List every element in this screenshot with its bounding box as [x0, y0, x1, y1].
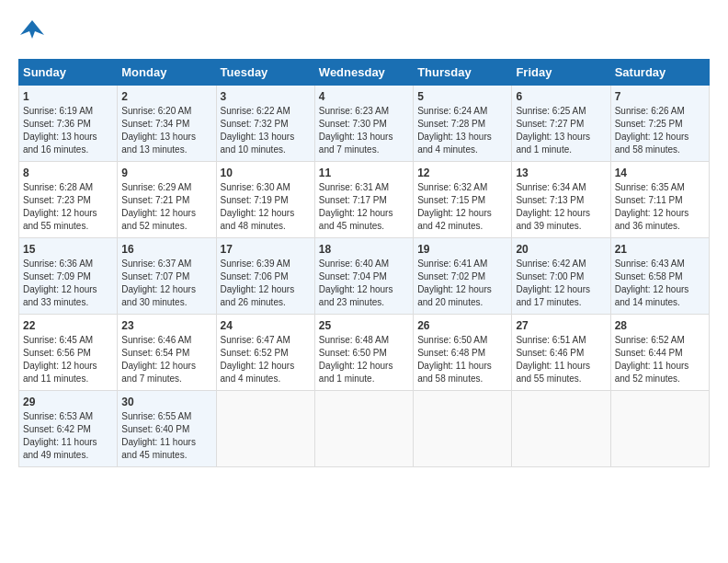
day-number: 14	[615, 167, 705, 179]
day-info: Sunrise: 6:47 AM Sunset: 6:52 PM Dayligh…	[221, 334, 311, 385]
calendar-cell: 3Sunrise: 6:22 AM Sunset: 7:32 PM Daylig…	[216, 86, 314, 162]
day-number: 11	[319, 167, 409, 179]
day-number: 20	[516, 243, 606, 256]
day-info: Sunrise: 6:51 AM Sunset: 6:46 PM Dayligh…	[516, 334, 606, 385]
day-info: Sunrise: 6:31 AM Sunset: 7:17 PM Dayligh…	[319, 181, 409, 233]
calendar-cell: 19Sunrise: 6:41 AM Sunset: 7:02 PM Dayli…	[414, 238, 512, 315]
day-info: Sunrise: 6:29 AM Sunset: 7:21 PM Dayligh…	[121, 181, 211, 233]
calendar-cell: 7Sunrise: 6:26 AM Sunset: 7:25 PM Daylig…	[610, 86, 709, 162]
day-info: Sunrise: 6:26 AM Sunset: 7:25 PM Dayligh…	[615, 105, 705, 156]
calendar-cell: 30Sunrise: 6:55 AM Sunset: 6:40 PM Dayli…	[118, 391, 216, 467]
calendar-cell: 11Sunrise: 6:31 AM Sunset: 7:17 PM Dayli…	[314, 162, 413, 238]
day-number: 5	[417, 90, 507, 103]
day-info: Sunrise: 6:42 AM Sunset: 7:00 PM Dayligh…	[516, 258, 606, 309]
day-number: 22	[23, 319, 113, 332]
day-info: Sunrise: 6:35 AM Sunset: 7:11 PM Dayligh…	[615, 181, 705, 233]
day-header-thursday: Thursday	[414, 60, 512, 86]
calendar-cell: 13Sunrise: 6:34 AM Sunset: 7:13 PM Dayli…	[512, 162, 610, 238]
calendar-cell: 4Sunrise: 6:23 AM Sunset: 7:30 PM Daylig…	[314, 86, 413, 162]
day-number: 2	[121, 90, 211, 103]
day-info: Sunrise: 6:28 AM Sunset: 7:23 PM Dayligh…	[23, 181, 113, 233]
day-info: Sunrise: 6:36 AM Sunset: 7:09 PM Dayligh…	[23, 258, 113, 309]
day-header-sunday: Sunday	[19, 60, 118, 86]
day-info: Sunrise: 6:43 AM Sunset: 6:58 PM Dayligh…	[615, 258, 705, 309]
day-number: 21	[615, 243, 705, 256]
day-header-wednesday: Wednesday	[314, 60, 413, 86]
day-info: Sunrise: 6:19 AM Sunset: 7:36 PM Dayligh…	[23, 105, 113, 156]
day-number: 23	[121, 319, 211, 332]
day-info: Sunrise: 6:48 AM Sunset: 6:50 PM Dayligh…	[319, 334, 409, 385]
calendar-cell	[610, 391, 709, 467]
calendar-cell: 20Sunrise: 6:42 AM Sunset: 7:00 PM Dayli…	[512, 238, 610, 315]
day-info: Sunrise: 6:52 AM Sunset: 6:44 PM Dayligh…	[615, 334, 705, 385]
calendar-cell: 27Sunrise: 6:51 AM Sunset: 6:46 PM Dayli…	[512, 315, 610, 391]
calendar-cell: 23Sunrise: 6:46 AM Sunset: 6:54 PM Dayli…	[118, 315, 216, 391]
calendar-cell: 18Sunrise: 6:40 AM Sunset: 7:04 PM Dayli…	[314, 238, 413, 315]
calendar-cell: 5Sunrise: 6:24 AM Sunset: 7:28 PM Daylig…	[414, 86, 512, 162]
day-number: 18	[319, 243, 409, 256]
calendar-cell: 6Sunrise: 6:25 AM Sunset: 7:27 PM Daylig…	[512, 86, 610, 162]
day-number: 24	[221, 319, 311, 332]
day-number: 30	[121, 396, 211, 408]
day-header-friday: Friday	[512, 60, 610, 86]
day-header-saturday: Saturday	[610, 60, 709, 86]
calendar-week-row: 22Sunrise: 6:45 AM Sunset: 6:56 PM Dayli…	[19, 315, 710, 391]
calendar-cell	[414, 391, 512, 467]
day-info: Sunrise: 6:55 AM Sunset: 6:40 PM Dayligh…	[121, 410, 211, 462]
calendar-cell: 2Sunrise: 6:20 AM Sunset: 7:34 PM Daylig…	[118, 86, 216, 162]
day-info: Sunrise: 6:40 AM Sunset: 7:04 PM Dayligh…	[319, 258, 409, 309]
calendar-cell: 12Sunrise: 6:32 AM Sunset: 7:15 PM Dayli…	[414, 162, 512, 238]
day-info: Sunrise: 6:41 AM Sunset: 7:02 PM Dayligh…	[417, 258, 507, 309]
calendar-cell: 21Sunrise: 6:43 AM Sunset: 6:58 PM Dayli…	[610, 238, 709, 315]
page-header	[18, 18, 710, 44]
day-header-tuesday: Tuesday	[216, 60, 314, 86]
day-info: Sunrise: 6:24 AM Sunset: 7:28 PM Dayligh…	[417, 105, 507, 156]
calendar-header-row: SundayMondayTuesdayWednesdayThursdayFrid…	[19, 60, 710, 86]
calendar-cell	[216, 391, 314, 467]
day-info: Sunrise: 6:32 AM Sunset: 7:15 PM Dayligh…	[417, 181, 507, 233]
calendar-cell: 1Sunrise: 6:19 AM Sunset: 7:36 PM Daylig…	[19, 86, 118, 162]
day-number: 13	[516, 167, 606, 179]
day-number: 15	[23, 243, 113, 256]
calendar-cell: 22Sunrise: 6:45 AM Sunset: 6:56 PM Dayli…	[19, 315, 118, 391]
calendar-week-row: 8Sunrise: 6:28 AM Sunset: 7:23 PM Daylig…	[19, 162, 710, 238]
day-number: 29	[23, 396, 113, 408]
day-number: 28	[615, 319, 705, 332]
calendar-cell: 8Sunrise: 6:28 AM Sunset: 7:23 PM Daylig…	[19, 162, 118, 238]
day-info: Sunrise: 6:45 AM Sunset: 6:56 PM Dayligh…	[23, 334, 113, 385]
logo	[18, 18, 50, 44]
calendar-week-row: 1Sunrise: 6:19 AM Sunset: 7:36 PM Daylig…	[19, 86, 710, 162]
calendar-cell	[512, 391, 610, 467]
day-number: 1	[23, 90, 113, 103]
calendar-cell: 25Sunrise: 6:48 AM Sunset: 6:50 PM Dayli…	[314, 315, 413, 391]
day-number: 17	[221, 243, 311, 256]
day-info: Sunrise: 6:22 AM Sunset: 7:32 PM Dayligh…	[221, 105, 311, 156]
day-number: 12	[417, 167, 507, 179]
calendar-cell: 10Sunrise: 6:30 AM Sunset: 7:19 PM Dayli…	[216, 162, 314, 238]
day-info: Sunrise: 6:20 AM Sunset: 7:34 PM Dayligh…	[121, 105, 211, 156]
day-info: Sunrise: 6:39 AM Sunset: 7:06 PM Dayligh…	[221, 258, 311, 309]
day-number: 19	[417, 243, 507, 256]
day-info: Sunrise: 6:30 AM Sunset: 7:19 PM Dayligh…	[221, 181, 311, 233]
day-number: 10	[221, 167, 311, 179]
day-number: 7	[615, 90, 705, 103]
logo-icon	[18, 18, 46, 44]
calendar-cell: 17Sunrise: 6:39 AM Sunset: 7:06 PM Dayli…	[216, 238, 314, 315]
day-header-monday: Monday	[118, 60, 216, 86]
day-number: 6	[516, 90, 606, 103]
calendar-cell: 16Sunrise: 6:37 AM Sunset: 7:07 PM Dayli…	[118, 238, 216, 315]
day-number: 8	[23, 167, 113, 179]
calendar-cell	[314, 391, 413, 467]
day-number: 16	[121, 243, 211, 256]
day-info: Sunrise: 6:46 AM Sunset: 6:54 PM Dayligh…	[121, 334, 211, 385]
day-number: 27	[516, 319, 606, 332]
day-info: Sunrise: 6:34 AM Sunset: 7:13 PM Dayligh…	[516, 181, 606, 233]
day-info: Sunrise: 6:37 AM Sunset: 7:07 PM Dayligh…	[121, 258, 211, 309]
day-number: 9	[121, 167, 211, 179]
calendar-cell: 26Sunrise: 6:50 AM Sunset: 6:48 PM Dayli…	[414, 315, 512, 391]
day-number: 4	[319, 90, 409, 103]
calendar-table: SundayMondayTuesdayWednesdayThursdayFrid…	[18, 59, 710, 467]
calendar-cell: 9Sunrise: 6:29 AM Sunset: 7:21 PM Daylig…	[118, 162, 216, 238]
day-info: Sunrise: 6:23 AM Sunset: 7:30 PM Dayligh…	[319, 105, 409, 156]
day-info: Sunrise: 6:50 AM Sunset: 6:48 PM Dayligh…	[417, 334, 507, 385]
